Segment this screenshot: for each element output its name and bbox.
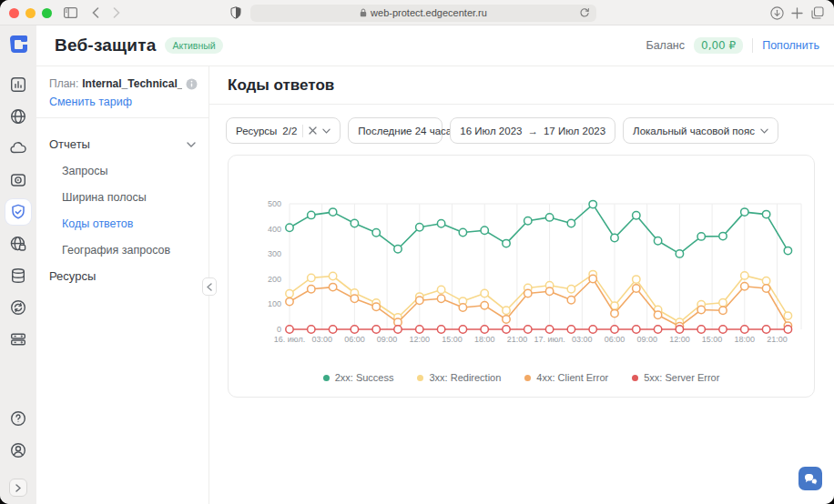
- legend-item-2xx[interactable]: 2xx: Success: [323, 372, 394, 383]
- svg-text:09:00: 09:00: [636, 335, 657, 344]
- chat-bubbles-icon: [804, 473, 818, 485]
- legend-label-4xx: 4xx: Client Error: [536, 372, 608, 383]
- response-codes-chart[interactable]: 010020030040050016. июл.03:0006:0009:001…: [229, 172, 815, 350]
- legend-item-3xx[interactable]: 3xx: Redirection: [417, 372, 501, 383]
- svg-text:09:00: 09:00: [377, 335, 398, 344]
- report-title: Коды ответов: [228, 76, 334, 95]
- svg-text:21:00: 21:00: [507, 335, 528, 344]
- svg-text:03:00: 03:00: [311, 335, 332, 344]
- profile-icon[interactable]: [5, 438, 31, 463]
- storage-icon[interactable]: [5, 263, 31, 288]
- nav-section-reports[interactable]: Отчеты: [36, 131, 208, 157]
- legend-item-4xx[interactable]: 4xx: Client Error: [524, 372, 608, 383]
- legend-dot-3xx: [417, 375, 423, 381]
- nav-item-request-geography[interactable]: География запросов: [36, 237, 208, 263]
- info-icon[interactable]: [186, 78, 198, 90]
- legend-dot-4xx: [524, 375, 531, 381]
- cloud-icon[interactable]: [5, 136, 31, 161]
- balance-label: Баланс: [646, 39, 685, 52]
- browser-window: web-protect.edgecenter.ru: [0, 0, 834, 504]
- nav-item-response-codes[interactable]: Коды ответов: [36, 210, 208, 237]
- minimize-window-button[interactable]: [25, 8, 36, 18]
- chevron-down-icon: [322, 128, 331, 134]
- svg-text:500: 500: [268, 199, 281, 208]
- help-icon[interactable]: [5, 406, 31, 431]
- close-window-button[interactable]: [9, 8, 19, 18]
- svg-text:03:00: 03:00: [572, 335, 593, 344]
- svg-text:200: 200: [268, 275, 281, 284]
- status-badge: Активный: [165, 37, 222, 54]
- nav-menu: Отчеты Запросы Ширина полосы Коды ответо…: [36, 118, 208, 289]
- back-icon[interactable]: [87, 5, 104, 21]
- plan-value: Internal_Technical_Acco...: [82, 77, 182, 90]
- balance-value: 0,00 ₽: [694, 37, 743, 54]
- arrow-right-icon: →: [527, 126, 538, 136]
- svg-text:21:00: 21:00: [767, 335, 788, 344]
- legend-label-3xx: 3xx: Redirection: [429, 372, 501, 383]
- reports-section-label: Отчеты: [49, 137, 90, 151]
- period-filter-value: Последние 24 часа: [358, 126, 452, 136]
- change-tariff-link[interactable]: Сменить тариф: [49, 96, 198, 108]
- nav-section-resources[interactable]: Ресурсы: [36, 263, 208, 289]
- app-header: Веб-защита Активный Баланс 0,00 ₽ Пополн…: [36, 25, 834, 66]
- main-content: Коды ответов Ресурсы 2/2 Последние 24 ча…: [209, 66, 834, 504]
- downloads-icon[interactable]: [768, 5, 785, 21]
- svg-text:18:00: 18:00: [735, 335, 756, 344]
- timezone-filter[interactable]: Локальный часовой пояс: [623, 117, 778, 144]
- resources-filter[interactable]: Ресурсы 2/2: [226, 117, 341, 144]
- timezone-value: Локальный часовой пояс: [633, 126, 755, 136]
- tab-overview-icon[interactable]: [809, 5, 826, 21]
- period-filter[interactable]: Последние 24 часа: [348, 117, 442, 144]
- date-from: 16 Июл 2023: [460, 126, 522, 136]
- header-right: Баланс 0,00 ₽ Пополнить: [646, 37, 819, 54]
- date-to: 17 Июл 2023: [544, 126, 605, 136]
- topup-link[interactable]: Пополнить: [762, 39, 819, 52]
- svg-text:16. июл.: 16. июл.: [274, 335, 305, 344]
- resources-filter-label: Ресурсы: [236, 126, 277, 136]
- nav-item-requests[interactable]: Запросы: [36, 157, 208, 184]
- statistics-icon[interactable]: [5, 72, 31, 97]
- service-rail: [0, 25, 36, 504]
- dns-icon[interactable]: [5, 231, 31, 257]
- clear-filter-icon[interactable]: [309, 126, 317, 135]
- resources-section-label: Ресурсы: [49, 269, 96, 283]
- svg-text:17. июл.: 17. июл.: [534, 335, 564, 344]
- nav-item-bandwidth[interactable]: Ширина полосы: [36, 184, 208, 210]
- chart-legend: 2xx: Success 3xx: Redirection 4xx: Clien…: [229, 372, 814, 383]
- edgecenter-logo[interactable]: [6, 32, 30, 55]
- legend-item-5xx[interactable]: 5xx: Server Error: [632, 372, 719, 383]
- web-protect-icon[interactable]: [5, 199, 31, 225]
- window-controls: [9, 8, 52, 18]
- privacy-shield-icon[interactable]: [228, 5, 244, 21]
- resources-filter-count: 2/2: [282, 126, 297, 136]
- streaming-icon[interactable]: [5, 167, 31, 193]
- svg-text:06:00: 06:00: [344, 335, 365, 344]
- address-bar[interactable]: web-protect.edgecenter.ru: [250, 5, 596, 22]
- new-tab-icon[interactable]: [788, 5, 805, 21]
- legend-dot-5xx: [632, 375, 638, 381]
- hosting-icon[interactable]: [5, 327, 31, 352]
- cdn-globe-icon[interactable]: [5, 104, 31, 129]
- collapse-nav-icon[interactable]: [202, 277, 217, 296]
- chevron-down-icon: [187, 142, 196, 147]
- zoom-window-button[interactable]: [42, 8, 52, 18]
- legend-label-2xx: 2xx: Success: [335, 372, 394, 383]
- plan-block: План: Internal_Technical_Acco... Сменить…: [36, 66, 208, 118]
- reload-icon[interactable]: [579, 7, 590, 18]
- date-range-filter[interactable]: 16 Июл 2023 → 17 Июл 2023: [450, 117, 615, 144]
- expand-rail-icon[interactable]: [9, 479, 27, 497]
- svg-text:400: 400: [268, 225, 281, 234]
- pill-divider: [302, 125, 303, 137]
- response-codes-chart-card: 010020030040050016. июл.03:0006:0009:001…: [228, 155, 815, 398]
- sync-icon[interactable]: [5, 295, 31, 320]
- sidebar-toggle-icon[interactable]: [62, 5, 78, 21]
- legend-dot-2xx: [323, 375, 330, 381]
- svg-text:06:00: 06:00: [605, 335, 626, 344]
- main-titlebar: Коды ответов: [209, 66, 834, 105]
- forward-icon[interactable]: [108, 5, 125, 21]
- plan-label: План:: [49, 77, 78, 90]
- rail-bottom-group: [5, 406, 31, 497]
- svg-text:12:00: 12:00: [410, 335, 431, 344]
- legend-label-5xx: 5xx: Server Error: [644, 372, 719, 383]
- chat-support-button[interactable]: [798, 467, 822, 490]
